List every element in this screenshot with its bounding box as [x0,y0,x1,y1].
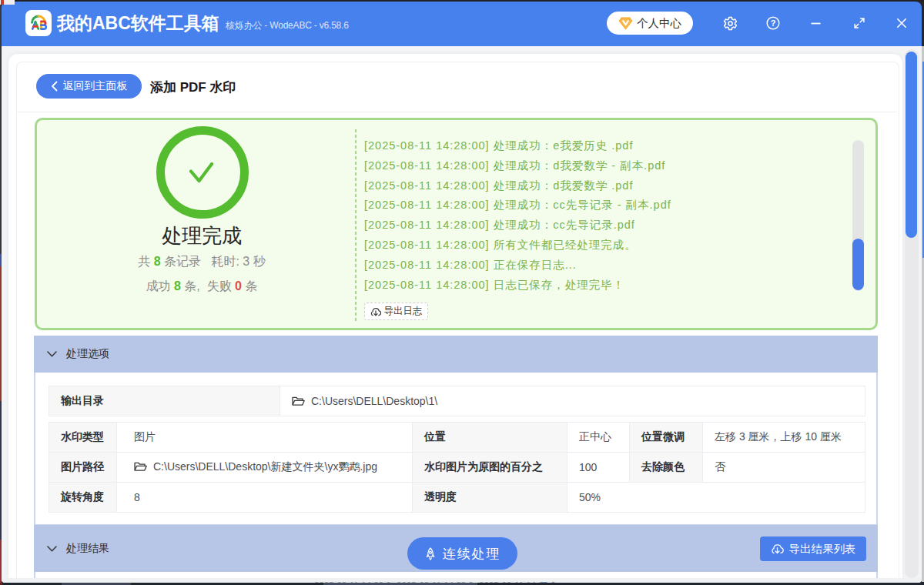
svg-text:?: ? [771,18,776,28]
